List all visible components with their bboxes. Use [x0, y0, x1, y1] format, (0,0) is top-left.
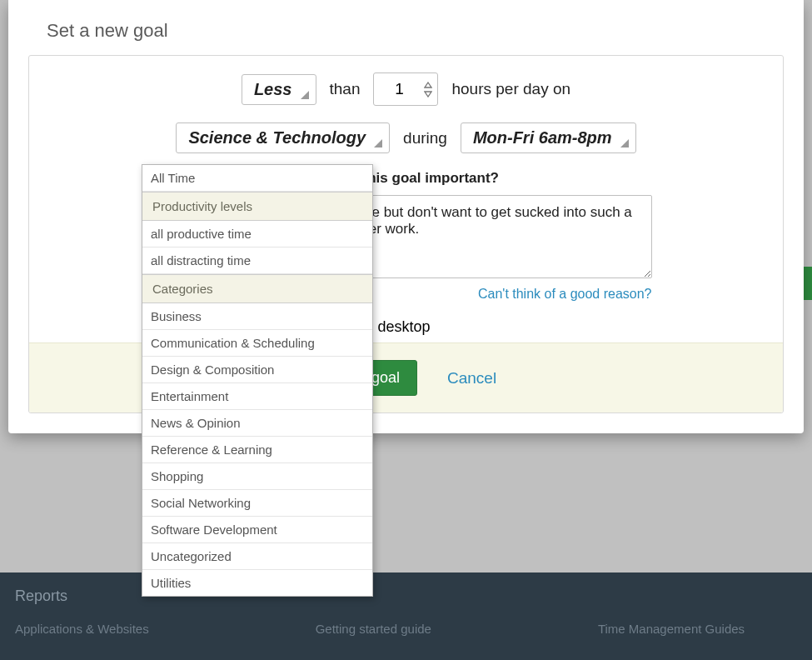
label-than: than [330, 80, 361, 98]
category-select[interactable]: Science & Technology [176, 122, 390, 153]
schedule-select[interactable]: Mon-Fri 6am-8pm [461, 122, 636, 153]
hours-stepper[interactable] [373, 72, 438, 106]
row-sentence-1: Less than hours per day on [29, 72, 783, 106]
bg-footer-link: Time Management Guides [598, 622, 745, 636]
category-value: Science & Technology [188, 128, 366, 147]
bg-footer-link: Getting started guide [316, 622, 431, 636]
hint-link[interactable]: Can't think of a good reason? [478, 287, 652, 301]
alert-desktop-label: desktop [378, 318, 431, 336]
label-unit: hours per day on [451, 80, 570, 98]
dropdown-option[interactable]: all distracting time [142, 248, 372, 274]
direction-select[interactable]: Less [242, 74, 316, 105]
dropdown-option[interactable]: Software Development [142, 517, 372, 543]
dropdown-option[interactable]: News & Opinion [142, 410, 372, 437]
goal-panel: Less than hours per day on Science & Tec… [28, 55, 784, 413]
dropdown-section-header: Categories [142, 274, 372, 303]
row-sentence-2: Science & Technology during Mon-Fri 6am-… [29, 122, 783, 153]
dropdown-option[interactable]: Uncategorized [142, 543, 372, 570]
dropdown-option[interactable]: Reference & Learning [142, 437, 372, 463]
category-dropdown-menu[interactable]: All TimeProductivity levelsall productiv… [142, 164, 373, 597]
dropdown-option[interactable]: Utilities [142, 570, 372, 596]
goal-modal: Set a new goal Less than hours per day o… [8, 0, 804, 433]
label-during: during [403, 129, 447, 148]
dropdown-option[interactable]: Communication & Scheduling [142, 330, 372, 357]
cancel-button[interactable]: Cancel [447, 369, 496, 388]
dropdown-option[interactable]: Social Networking [142, 490, 372, 517]
stepper-up-icon[interactable] [424, 82, 432, 89]
dropdown-option[interactable]: all productive time [142, 221, 372, 248]
modal-title: Set a new goal [47, 20, 784, 42]
chevron-down-icon [301, 91, 309, 99]
direction-value: Less [254, 80, 292, 98]
dropdown-option[interactable]: All Time [142, 165, 372, 192]
bg-footer-links: Applications & Websites Getting started … [15, 622, 797, 636]
dropdown-option[interactable]: Shopping [142, 463, 372, 490]
dropdown-option[interactable]: Entertainment [142, 383, 372, 410]
chevron-down-icon [620, 139, 629, 148]
dropdown-option[interactable]: Design & Composition [142, 357, 372, 383]
bg-footer-link: Applications & Websites [15, 622, 149, 636]
stepper-down-icon[interactable] [424, 90, 432, 98]
hours-input[interactable] [374, 73, 424, 105]
dropdown-option[interactable]: Business [142, 303, 372, 330]
schedule-value: Mon-Fri 6am-8pm [473, 128, 612, 147]
chevron-down-icon [374, 139, 382, 148]
bg-footer-title: Reports [15, 588, 797, 605]
bg-footer: Reports Applications & Websites Getting … [0, 572, 812, 660]
dropdown-section-header: Productivity levels [142, 192, 372, 221]
